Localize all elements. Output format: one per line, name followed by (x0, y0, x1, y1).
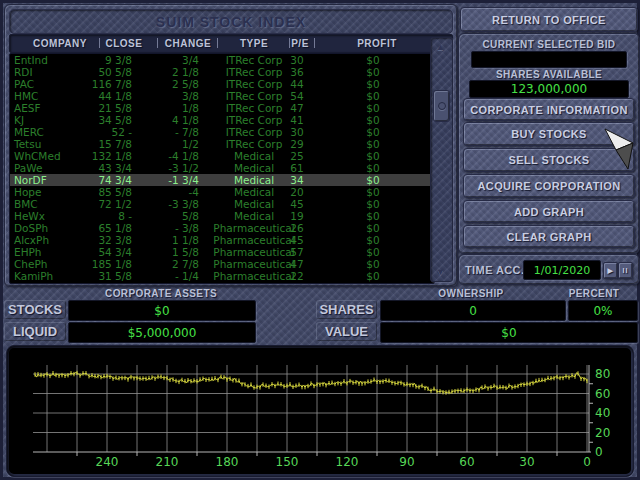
col-header-pe: P/E (270, 36, 330, 51)
shares-label: SHARES (316, 300, 377, 319)
table-row[interactable]: AlcxPh32 3/81 1/8Pharmaceutical45$0 (10, 234, 434, 246)
trade-panel: CURRENT SELECTED BID SHARES AVAILABLE 12… (458, 33, 640, 254)
stock-table-rows: EntInd9 3/83/4ITRec Corp30$0RDI50 5/82 1… (10, 54, 434, 282)
cell-pe: 25 (279, 150, 315, 162)
table-row[interactable]: BMC72 1/2-3 3/8Medical45$0 (10, 198, 434, 210)
time-pause-button[interactable]: II (618, 262, 633, 279)
cell-change: - 3/8 (10, 222, 199, 234)
stock-table: EntInd9 3/83/4ITRec Corp30$0RDI50 5/82 1… (9, 53, 435, 284)
table-row[interactable]: ChePh185 1/82 7/8Pharmaceutical47$0 (10, 258, 434, 270)
cell-profit: $0 (330, 186, 416, 198)
corporate-information-button[interactable]: CORPORATE INFORMATION (463, 98, 635, 121)
cell-pe: 22 (279, 270, 315, 282)
time-play-button[interactable]: ▶ (603, 262, 618, 279)
cell-change: - 7/8 (10, 126, 199, 138)
play-icon: ▶ (608, 267, 614, 275)
table-row[interactable]: MERC52 -- 7/8ITRec Corp30$0 (10, 126, 434, 138)
cell-change: 1 1/8 (10, 234, 199, 246)
add-graph-button[interactable]: ADD GRAPH (463, 200, 635, 223)
cell-pe: 45 (279, 234, 315, 246)
cell-profit: $0 (330, 246, 416, 258)
stock-market-screen: SUIM STOCK INDEX COMPANY CLOSE CHANGE TY… (0, 0, 640, 480)
cell-profit: $0 (330, 126, 416, 138)
current-bid-label: CURRENT SELECTED BID (459, 39, 639, 50)
buy-stocks-button[interactable]: BUY STOCKS (463, 122, 635, 146)
ownership-header: OWNERSHIP (371, 288, 571, 299)
stock-index-panel: SUIM STOCK INDEX COMPANY CLOSE CHANGE TY… (4, 4, 458, 287)
cell-change: 3/4 (10, 54, 199, 66)
shares-available-field: 123,000,000 (469, 80, 629, 98)
cell-profit: $0 (330, 174, 416, 186)
cell-pe: 57 (279, 246, 315, 258)
svg-text:210: 210 (156, 455, 179, 469)
scroll-down-button[interactable]: ▼ (432, 264, 449, 280)
cell-profit: $0 (330, 150, 416, 162)
cell-pe: 19 (279, 210, 315, 222)
table-row[interactable]: EntInd9 3/83/4ITRec Corp30$0 (10, 54, 434, 66)
scroll-grip-icon (438, 102, 446, 110)
cell-change: 2 5/8 (10, 78, 199, 90)
panel-title-bar: SUIM STOCK INDEX (9, 9, 453, 34)
current-bid-field (471, 51, 627, 68)
header-divider (99, 38, 100, 48)
return-to-office-button[interactable]: RETURN TO OFFICE (460, 7, 638, 32)
table-row[interactable]: WhCMed132 1/8-4 1/8Medical25$0 (10, 150, 434, 162)
table-row[interactable]: PaWe43 3/4-3 1/2Medical61$0 (10, 162, 434, 174)
shares-available-label: SHARES AVAILABLE (459, 69, 639, 80)
table-row[interactable]: AESF21 5/81/8ITRec Corp47$0 (10, 102, 434, 114)
scroll-up-icon: ▲ (436, 42, 445, 52)
scroll-thumb[interactable] (433, 90, 450, 122)
table-row[interactable]: Hope85 5/8-4Medical20$0 (10, 186, 434, 198)
table-row[interactable]: NorDF74 3/4-1 3/4Medical34$0 (10, 174, 434, 186)
sell-stocks-button[interactable]: SELL STOCKS (463, 148, 635, 172)
cell-pe: 30 (279, 126, 315, 138)
percent-header: PERCENT (550, 288, 638, 299)
cell-change: -4 1/8 (10, 150, 199, 162)
cell-profit: $0 (330, 222, 416, 234)
col-header-profit: PROFIT (337, 36, 417, 51)
cell-change: 5/8 (10, 210, 199, 222)
svg-text:90: 90 (399, 455, 414, 469)
time-acceleration-panel: TIME ACC. 1/01/2020 ▶ II (458, 254, 640, 285)
cell-pe: 47 (279, 102, 315, 114)
acquire-corporation-button[interactable]: ACQUIRE CORPORATION (463, 174, 635, 198)
table-row[interactable]: KJ34 5/84 1/8ITRec Corp41$0 (10, 114, 434, 126)
table-row[interactable]: EHPh54 3/41 5/8Pharmaceutical57$0 (10, 246, 434, 258)
liquid-value-field: $5,000,000 (68, 322, 256, 343)
table-row[interactable]: PAC116 7/82 5/8ITRec Corp44$0 (10, 78, 434, 90)
time-acc-label: TIME ACC. (465, 264, 524, 276)
cell-pe: 26 (279, 222, 315, 234)
clear-graph-button[interactable]: CLEAR GRAPH (463, 225, 635, 248)
table-row[interactable]: HeWx8 -5/8Medical19$0 (10, 210, 434, 222)
shares-value-field: 0 (380, 300, 566, 321)
table-row[interactable]: KamiPh31 5/8- 1/4Pharmaceutical22$0 (10, 270, 434, 282)
cell-profit: $0 (330, 90, 416, 102)
stock-list-scrollbar[interactable]: ▲ ▼ (430, 37, 453, 282)
cell-pe: 44 (279, 78, 315, 90)
scroll-down-icon: ▼ (436, 267, 445, 277)
cell-change: 3/8 (10, 90, 199, 102)
page-title: SUIM STOCK INDEX (156, 14, 306, 30)
cell-pe: 41 (279, 114, 315, 126)
scroll-up-button[interactable]: ▲ (432, 39, 449, 55)
cell-profit: $0 (330, 210, 416, 222)
cell-pe: 54 (279, 90, 315, 102)
header-divider (289, 38, 290, 48)
cell-profit: $0 (330, 270, 416, 282)
cell-profit: $0 (330, 258, 416, 270)
cell-profit: $0 (330, 234, 416, 246)
cell-pe: 20 (279, 186, 315, 198)
table-row[interactable]: RDI50 5/82 1/8ITRec Corp36$0 (10, 66, 434, 78)
cell-change: 1 5/8 (10, 246, 199, 258)
liquid-label: LIQUID (4, 322, 66, 341)
cell-profit: $0 (330, 162, 416, 174)
cell-change: -3 1/2 (10, 162, 199, 174)
stocks-value-field: $0 (68, 300, 256, 321)
table-row[interactable]: HMC44 1/83/8ITRec Corp54$0 (10, 90, 434, 102)
cell-pe: 34 (279, 174, 315, 186)
table-row[interactable]: DoSPh65 1/8- 3/8Pharmaceutical26$0 (10, 222, 434, 234)
table-row[interactable]: Tetsu15 7/81/2ITRec Corp29$0 (10, 138, 434, 150)
cell-profit: $0 (330, 138, 416, 150)
cell-pe: 36 (279, 66, 315, 78)
cell-profit: $0 (330, 78, 416, 90)
